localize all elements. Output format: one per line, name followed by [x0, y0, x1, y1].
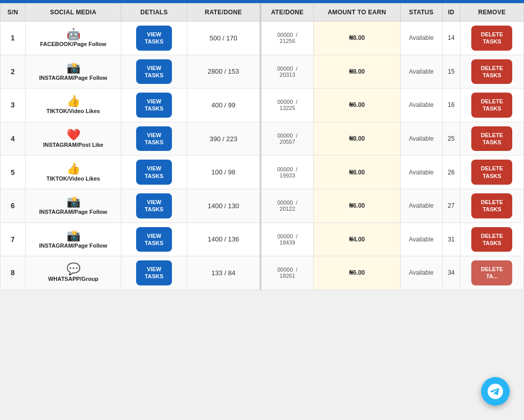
delete-tasks-button[interactable]: DELETE TASKS [471, 193, 512, 218]
social-name: FACEBOOK/Page Follow [40, 41, 106, 47]
view-tasks-button[interactable]: VIEW TASKS [136, 93, 172, 118]
row-social: 📸INSTAGRAM/Page Follow [26, 189, 121, 223]
row-rate-done: 00000 / 20122 [261, 189, 314, 223]
social-name: TIKTOK/Video Likes [47, 175, 100, 182]
row-id: 25 [442, 122, 460, 156]
delete-tasks-button[interactable]: DELETE TASKS [471, 160, 512, 185]
row-amount: ₦8.00 [314, 122, 400, 156]
delete-tasks-button[interactable]: DELETE TASKS [471, 227, 512, 252]
row-rate-done: 00000 / 20557 [261, 122, 314, 156]
row-sn: 5 [1, 156, 26, 189]
left-header-sn: S/N [1, 4, 26, 21]
view-tasks-button[interactable]: VIEW TASKS [136, 59, 172, 84]
row-social: 📸INSTAGRAM/Page Follow [26, 223, 121, 256]
table-row: 00000 / 21256₦8.00Available14DELETE TASK… [261, 21, 524, 55]
table-row: 00000 / 18439₦4.00Available31DELETE TASK… [261, 223, 524, 256]
row-status: Available [400, 55, 442, 89]
row-sn: 7 [1, 223, 26, 256]
social-name: TIKTOK/Video Likes [47, 108, 100, 114]
row-rate: 400 / 99 [187, 89, 260, 122]
social-icon: 📸 [67, 230, 80, 241]
row-social: 💬WHATSAPP/Group [26, 256, 121, 290]
delete-tasks-button[interactable]: DELETE TASKS [471, 59, 512, 84]
social-icon: 📸 [67, 196, 80, 208]
row-amount: ₦6.00 [314, 189, 400, 223]
row-rate: 1400 / 136 [187, 223, 260, 256]
right-header-remove: REMOVE [460, 4, 523, 21]
row-sn: 8 [1, 256, 26, 290]
row-remove: DELETE TASKS [460, 55, 523, 89]
table-row: 00000 / 20557₦8.00Available25DELETE TASK… [261, 122, 524, 156]
row-status: Available [400, 189, 442, 223]
telegram-fab[interactable] [481, 377, 510, 406]
table-row: 6📸INSTAGRAM/Page FollowVIEW TASKS1400 / … [1, 189, 260, 223]
row-social: 👍TIKTOK/Video Likes [26, 89, 121, 122]
delete-tasks-button[interactable]: DELETE TASKS [471, 126, 512, 151]
social-name: INSTAGRAM/Page Follow [39, 242, 107, 249]
row-details: VIEW TASKS [121, 223, 187, 256]
table-row: 5👍TIKTOK/Video LikesVIEW TASKS100 / 98 [1, 156, 260, 189]
row-details: VIEW TASKS [121, 256, 187, 290]
row-amount: ₦8.00 [314, 21, 400, 55]
row-amount: ₦6.00 [314, 89, 400, 122]
row-rate-done: 00000 / 20313 [261, 55, 314, 89]
row-id: 27 [442, 189, 460, 223]
row-rate-done: 00000 / 18261 [261, 256, 314, 290]
table-row: 1🤖FACEBOOK/Page FollowVIEW TASKS500 / 17… [1, 21, 260, 55]
row-id: 16 [442, 89, 460, 122]
right-header-amount: AMOUNT TO EARN [314, 4, 400, 21]
social-icon: 👍 [67, 96, 80, 107]
row-rate: 133 / 84 [187, 256, 260, 290]
row-details: VIEW TASKS [121, 89, 187, 122]
row-status: Available [400, 223, 442, 256]
row-details: VIEW TASKS [121, 156, 187, 189]
row-sn: 4 [1, 122, 26, 156]
view-tasks-button[interactable]: VIEW TASKS [136, 193, 172, 218]
row-sn: 1 [1, 21, 26, 55]
social-name: INSTAGRAM/Page Follow [39, 75, 107, 81]
row-amount: ₦8.00 [314, 156, 400, 189]
view-tasks-button[interactable]: VIEW TASKS [136, 126, 172, 151]
row-social: 🤖FACEBOOK/Page Follow [26, 21, 121, 55]
delete-tasks-button[interactable]: DELETE TASKS [471, 93, 512, 118]
view-tasks-button[interactable]: VIEW TASKS [136, 160, 172, 185]
row-rate: 390 / 223 [187, 122, 260, 156]
row-status: Available [400, 122, 442, 156]
view-tasks-button[interactable]: VIEW TASKS [136, 26, 172, 51]
row-remove: DELETE TA... [460, 256, 523, 290]
delete-tasks-button[interactable]: DELETE TASKS [471, 26, 512, 51]
row-social: ❤️INSTAGRAM/Post Like [26, 122, 121, 156]
row-rate: 1400 / 130 [187, 189, 260, 223]
view-tasks-button[interactable]: VIEW TASKS [136, 260, 172, 285]
row-id: 14 [442, 21, 460, 55]
row-details: VIEW TASKS [121, 55, 187, 89]
social-icon: 🤖 [67, 29, 80, 40]
table-row: 2📸INSTAGRAM/Page FollowVIEW TASKS2800 / … [1, 55, 260, 89]
view-tasks-button[interactable]: VIEW TASKS [136, 227, 172, 252]
row-remove: DELETE TASKS [460, 89, 523, 122]
row-rate-done: 00000 / 13225 [261, 89, 314, 122]
row-remove: DELETE TASKS [460, 223, 523, 256]
row-id: 31 [442, 223, 460, 256]
row-id: 15 [442, 55, 460, 89]
social-name: INSTAGRAM/Page Follow [39, 209, 107, 215]
row-details: VIEW TASKS [121, 189, 187, 223]
table-row: 00000 / 18261₦6.00Available34DELETE TA..… [261, 256, 524, 290]
row-rate: 100 / 98 [187, 156, 260, 189]
right-header-status: STATUS [400, 4, 442, 21]
row-remove: DELETE TASKS [460, 189, 523, 223]
left-header-details: DETIALS [121, 4, 187, 21]
right-header-rate: ATE/DONE [261, 4, 314, 21]
row-amount: ₦4.00 [314, 223, 400, 256]
row-remove: DELETE TASKS [460, 21, 523, 55]
delete-tasks-button[interactable]: DELETE TA... [471, 260, 512, 285]
right-header-id: ID [442, 4, 460, 21]
social-name: INSTAGRAM/Post Like [43, 142, 103, 148]
table-row: 00000 / 19933₦8.00Available26DELETE TASK… [261, 156, 524, 189]
social-icon: 📸 [67, 62, 80, 74]
row-id: 34 [442, 256, 460, 290]
row-sn: 6 [1, 189, 26, 223]
row-sn: 2 [1, 55, 26, 89]
social-icon: 👍 [67, 163, 80, 174]
social-name: WHATSAPP/Group [48, 276, 98, 282]
